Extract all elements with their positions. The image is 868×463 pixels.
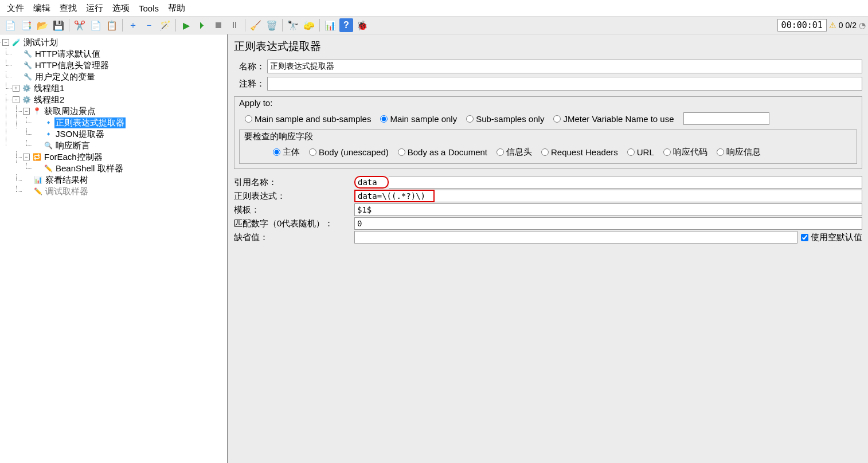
- menu-options[interactable]: 选项: [108, 2, 134, 15]
- tree-user-vars[interactable]: 🔧用户定义的变量: [13, 71, 227, 83]
- use-empty-default[interactable]: 使用空默认值: [801, 232, 862, 243]
- tree-beanshell[interactable]: ✏️BeanShell 取样器: [33, 163, 227, 174]
- save-button[interactable]: 💾: [52, 18, 65, 32]
- comment-input[interactable]: [267, 77, 862, 91]
- use-empty-default-checkbox[interactable]: [801, 234, 808, 241]
- heap-dump-button[interactable]: 🐞: [355, 18, 369, 32]
- tree-http-defaults[interactable]: 🔧HTTP请求默认值: [13, 48, 227, 60]
- toggle-icon[interactable]: −: [2, 39, 9, 46]
- match-input[interactable]: [354, 217, 862, 230]
- menu-edit[interactable]: 编辑: [29, 2, 55, 15]
- function-helper-button[interactable]: 📊: [323, 18, 337, 32]
- toggle-icon[interactable]: −: [13, 96, 19, 103]
- reset-search-button[interactable]: 🧽: [302, 18, 316, 32]
- field-response-message[interactable]: 响应信息: [717, 147, 761, 158]
- apply-main-sub[interactable]: Main sample and sub-samples: [245, 114, 371, 124]
- refname-input[interactable]: [354, 176, 389, 189]
- regex-input-ext[interactable]: [435, 190, 862, 202]
- tree-node-label: 测试计划: [22, 37, 59, 48]
- cut-button[interactable]: ✂️: [73, 18, 87, 32]
- field-response-code[interactable]: 响应代码: [663, 147, 707, 158]
- tree-threadgroup1[interactable]: +⚙️线程组1: [13, 83, 227, 94]
- shutdown-button[interactable]: ⏸: [228, 18, 241, 32]
- start-no-pause-button[interactable]: ⏵: [196, 18, 209, 32]
- search-button[interactable]: 🔭: [286, 18, 300, 32]
- controller-icon: 🔁: [32, 152, 41, 162]
- field-check-legend: 要检查的响应字段: [244, 131, 852, 142]
- tree-foreach[interactable]: −🔁ForEach控制器: [23, 151, 227, 163]
- testplan-icon: 🧪: [11, 38, 21, 47]
- menu-file[interactable]: 文件: [2, 2, 29, 15]
- apply-to-fieldset: Apply to: Main sample and sub-samples Ma…: [234, 96, 862, 169]
- warning-icon: ⚠: [829, 21, 836, 30]
- collapse-button[interactable]: －: [142, 18, 156, 32]
- toggle-icon[interactable]: −: [23, 154, 30, 160]
- default-label: 缺省值：: [234, 232, 354, 243]
- config-icon: 🔧: [23, 72, 32, 81]
- expand-button[interactable]: ＋: [126, 18, 140, 32]
- tree-regex-extractor[interactable]: 🔹正则表达式提取器: [33, 117, 227, 128]
- open-button[interactable]: 📂: [36, 18, 49, 32]
- copy-button[interactable]: 📄: [89, 18, 103, 32]
- toggle-icon[interactable]: −: [23, 108, 30, 115]
- toolbar-sep: [69, 19, 69, 32]
- timer: 00:00:01: [777, 19, 827, 32]
- toolbar-sep: [319, 19, 320, 32]
- field-url[interactable]: URL: [627, 147, 654, 157]
- tree-header-manager[interactable]: 🔧HTTP信息头管理器: [13, 60, 227, 71]
- new-button[interactable]: 📄: [3, 18, 17, 32]
- field-request-headers[interactable]: Request Headers: [541, 147, 618, 157]
- config-icon: 🔧: [23, 49, 32, 58]
- editor-panel: 正则表达式提取器 名称： 注释： Apply to: Main sample a…: [228, 34, 868, 463]
- tree-response-assertion[interactable]: 🔍响应断言: [33, 140, 227, 151]
- match-label: 匹配数字（0代表随机）：: [234, 218, 354, 229]
- regex-input[interactable]: [354, 190, 435, 202]
- tree-root[interactable]: − 🧪 测试计划: [2, 37, 227, 48]
- tree-debug-sampler[interactable]: ✏️调试取样器: [23, 186, 227, 197]
- apply-sub-only[interactable]: Sub-samples only: [466, 114, 544, 124]
- clear-all-button[interactable]: 🗑️: [265, 18, 279, 32]
- apply-var-name[interactable]: JMeter Variable Name to use: [553, 114, 674, 124]
- template-input[interactable]: [354, 203, 862, 216]
- apply-var-input[interactable]: [683, 112, 769, 125]
- refname-input-ext[interactable]: [389, 176, 862, 189]
- sampler-icon: ✏️: [44, 164, 53, 173]
- stop-button[interactable]: ⏹: [212, 18, 225, 32]
- config-icon: 🔧: [23, 61, 32, 70]
- default-input[interactable]: [354, 231, 797, 244]
- name-input[interactable]: [267, 60, 862, 73]
- gauge-icon: ◔: [859, 21, 866, 30]
- field-body-unescaped[interactable]: Body (unescaped): [309, 147, 389, 157]
- tree-json-extractor[interactable]: 🔹JSON提取器: [33, 128, 227, 140]
- tree-results-tree[interactable]: 📊察看结果树: [23, 174, 227, 186]
- field-headers[interactable]: 信息头: [496, 147, 532, 158]
- paste-button[interactable]: 📋: [105, 18, 119, 32]
- toggle-icon[interactable]: +: [13, 85, 19, 92]
- clear-button[interactable]: 🧹: [249, 18, 263, 32]
- menu-tools[interactable]: Tools: [134, 2, 163, 14]
- apply-main-only[interactable]: Main sample only: [380, 114, 457, 124]
- help-button[interactable]: ?: [339, 18, 353, 32]
- thread-status: 0 0/2: [839, 21, 857, 30]
- panel-title: 正则表达式提取器: [234, 39, 862, 54]
- menu-search[interactable]: 查找: [55, 2, 81, 15]
- toggle-button[interactable]: 🪄: [158, 18, 172, 32]
- tree-sampler-scenic[interactable]: −📍获取周边景点: [23, 105, 227, 117]
- postprocessor-icon: 🔹: [44, 130, 53, 139]
- threadgroup-icon: ⚙️: [22, 95, 31, 104]
- field-body[interactable]: 主体: [273, 147, 300, 158]
- menu-help[interactable]: 帮助: [163, 2, 190, 15]
- test-plan-tree[interactable]: − 🧪 测试计划 🔧HTTP请求默认值 🔧HTTP信息头管理器 🔧用户定义的变量…: [0, 34, 228, 463]
- sampler-icon: ✏️: [33, 187, 42, 196]
- start-button[interactable]: ▶: [179, 18, 193, 32]
- toolbar-sep: [122, 19, 123, 32]
- tree-threadgroup2[interactable]: −⚙️线程组2: [13, 94, 227, 105]
- menu-run[interactable]: 运行: [81, 2, 108, 15]
- sampler-icon: 📍: [32, 107, 41, 116]
- toolbar-sep: [175, 19, 176, 32]
- field-check-fieldset: 要检查的响应字段 主体 Body (unescaped) Body as a D…: [239, 130, 857, 164]
- comment-label: 注释：: [234, 79, 265, 89]
- field-body-document[interactable]: Body as a Document: [398, 147, 487, 157]
- templates-button[interactable]: 📑: [19, 18, 33, 32]
- threadgroup-icon: ⚙️: [22, 84, 31, 93]
